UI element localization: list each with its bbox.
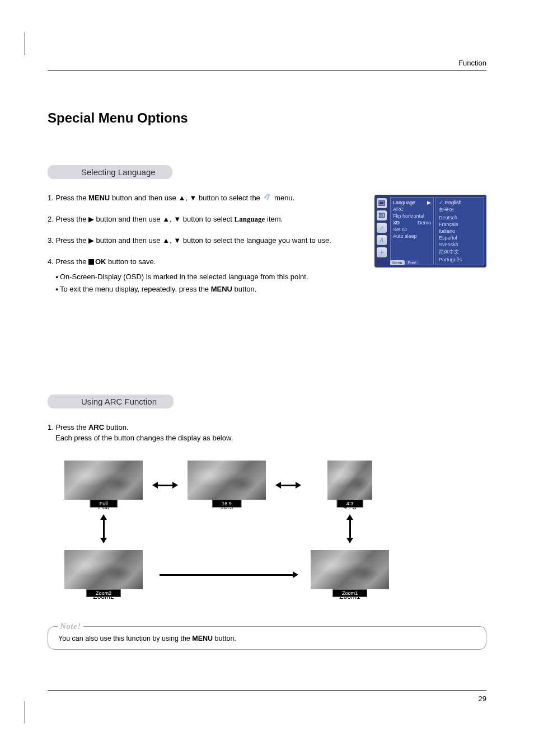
osd-item-xd: XDDemo xyxy=(393,219,431,226)
section-heading-arc: Using ARC Function xyxy=(48,395,174,408)
arrow-zoom2-zoom1 xyxy=(143,574,311,576)
step-4-bullets: On-Screen-Display (OSD) is marked in the… xyxy=(48,271,361,295)
language-steps: 1. Press the MENU button and then use ▲,… xyxy=(48,192,361,305)
osd-language-list: ✓English 한국어 Deutsch Français Italiano E… xyxy=(435,197,484,265)
thumb-zoom1-tag: Zoom1 xyxy=(332,589,367,597)
adjust-icon xyxy=(377,247,387,257)
thumb-169: 16:9 16:9 xyxy=(188,461,266,511)
step-1: 1. Press the MENU button and then use ▲,… xyxy=(48,192,361,204)
tools-icon xyxy=(377,235,387,245)
svg-rect-4 xyxy=(380,202,384,205)
lang-english: ✓English xyxy=(439,199,480,206)
thumb-169-tag: 16:9 xyxy=(212,500,241,508)
note-box: Note! You can also use this function by … xyxy=(48,626,486,650)
osd-menu-list: Language▶ ARC Flip horizontal XDDemo Set… xyxy=(390,197,434,265)
page-number: 29 xyxy=(479,694,486,703)
arc-step: 1. Press the ARC button. Each press of t… xyxy=(48,422,486,444)
stop-icon xyxy=(88,259,94,265)
bullet-osd: On-Screen-Display (OSD) is marked in the… xyxy=(55,271,361,283)
osd-prev-button: Prev. xyxy=(406,260,419,265)
arrow-full-169 xyxy=(143,485,188,486)
list-icon xyxy=(377,210,387,220)
osd-item-arc: ARC xyxy=(393,206,431,213)
osd-menu-button: Menu xyxy=(390,260,405,265)
osd-footer: Menu Prev. xyxy=(390,260,419,265)
osd-category-icons xyxy=(377,197,389,265)
page: Function Special Menu Options Selecting … xyxy=(48,59,486,680)
osd-item-language: Language▶ xyxy=(393,199,431,206)
osd-item-autosleep: Auto sleep xyxy=(393,233,431,240)
check-icon: ✓ xyxy=(439,200,443,205)
chevron-right-icon: ▶ xyxy=(427,200,431,205)
osd-item-setid: Set ID xyxy=(393,226,431,233)
header-section-label: Function xyxy=(48,59,486,71)
lang-chinese: 简体中文 xyxy=(439,248,480,256)
lang-espanol: Español xyxy=(439,234,480,241)
arrow-169-43 xyxy=(266,485,311,486)
section-heading-language: Selecting Language xyxy=(48,165,172,179)
thumb-43-tag: 4:3 xyxy=(337,500,363,508)
language-content-row: 1. Press the MENU button and then use ▲,… xyxy=(48,192,486,305)
lang-francais: Français xyxy=(439,221,480,228)
brush-icon xyxy=(377,223,387,233)
thumb-zoom2-tag: Zoom2 xyxy=(86,589,121,597)
step-2: 2. Press the ▶ button and then use ▲, ▼ … xyxy=(48,214,361,225)
arc-grid: Full Full 16:9 16:9 4:3 4 : 3 xyxy=(64,461,389,600)
tools-menu-icon xyxy=(262,192,272,203)
lang-svenska: Svenska xyxy=(439,241,480,248)
bullet-exit: To exit the menu display, repeatedly, pr… xyxy=(55,284,361,295)
osd-item-flip: Flip horizontal xyxy=(393,213,431,219)
lang-italiano: Italiano xyxy=(439,228,480,234)
lang-deutsch: Deutsch xyxy=(439,214,480,221)
arrow-full-zoom2 xyxy=(103,519,105,539)
thumb-zoom2: Zoom2 Zoom2 xyxy=(64,550,143,600)
step-3: 3. Press the ▶ button and then use ▲, ▼ … xyxy=(48,235,361,246)
page-title: Special Menu Options xyxy=(48,110,486,126)
thumb-43: 4:3 4 : 3 xyxy=(311,461,389,511)
note-label: Note! xyxy=(58,622,83,631)
lang-portugues: Português xyxy=(439,256,480,263)
thumb-zoom1: Zoom1 Zoom1 xyxy=(311,550,389,600)
header-rule xyxy=(48,71,486,71)
thumb-full: Full Full xyxy=(64,461,143,511)
arrow-43-zoom1 xyxy=(349,519,351,539)
thumb-full-tag: Full xyxy=(90,500,118,508)
footer-rule xyxy=(48,690,486,691)
video-icon xyxy=(377,198,387,208)
osd-panel: Language▶ ARC Flip horizontal XDDemo Set… xyxy=(374,195,486,267)
arc-section: Using ARC Function 1. Press the ARC butt… xyxy=(48,395,486,650)
lang-korean: 한국어 xyxy=(439,206,480,214)
step-4: 4. Press the OK button to save. On-Scree… xyxy=(48,256,361,294)
